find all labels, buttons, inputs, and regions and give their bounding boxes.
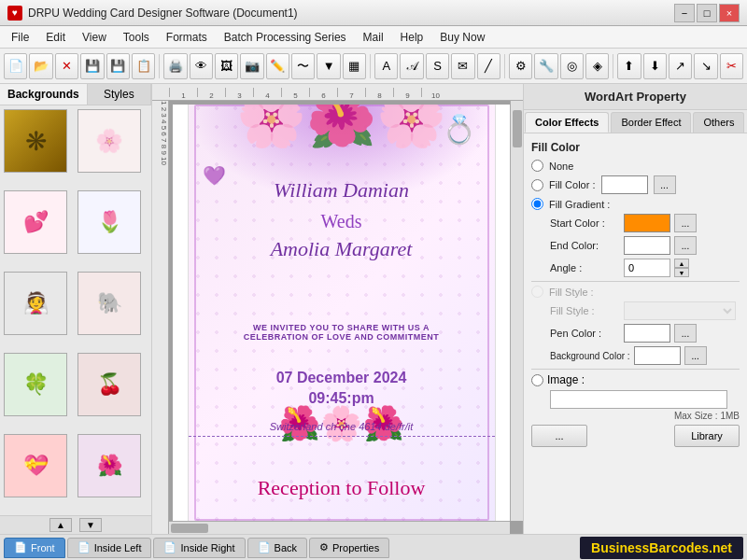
tab-others[interactable]: Others	[693, 112, 744, 133]
title-controls[interactable]: − □ ×	[674, 4, 740, 22]
canvas-scrollbar-right[interactable]	[510, 101, 523, 521]
tb-dropdown[interactable]: ▼	[317, 53, 340, 79]
tb-export2[interactable]: ↗	[669, 53, 692, 79]
radio-image[interactable]	[531, 374, 543, 386]
radio-none-row: None	[531, 160, 740, 172]
pen-color-box[interactable]	[624, 324, 670, 343]
tb-line[interactable]: ╱	[477, 53, 500, 79]
radio-fill-style[interactable]	[531, 286, 543, 298]
tab-back[interactable]: 📄 Back	[247, 538, 307, 558]
thumb-2[interactable]: 🌸	[78, 109, 141, 173]
menu-view[interactable]: View	[75, 29, 114, 46]
maximize-button[interactable]: □	[697, 4, 717, 22]
scroll-thumb-right[interactable]	[513, 110, 522, 147]
menu-formats[interactable]: Formats	[159, 29, 215, 46]
dots-button[interactable]: ...	[531, 425, 587, 447]
bg-color-label: Background Color :	[550, 351, 630, 361]
tab-inside-right[interactable]: 📄 Inside Right	[153, 538, 245, 558]
start-color-box[interactable]	[624, 214, 670, 232]
tb-open[interactable]: 📂	[29, 53, 52, 79]
tb-save[interactable]: 💾	[80, 53, 104, 79]
tb-barcode[interactable]: ▦	[343, 53, 366, 79]
tb-save2[interactable]: 💾	[106, 53, 130, 79]
tab-inside-left[interactable]: 📄 Inside Left	[67, 538, 152, 558]
menu-mail[interactable]: Mail	[356, 29, 391, 46]
thumb-7[interactable]: 🍀	[4, 353, 67, 416]
fill-color-box[interactable]	[601, 175, 648, 194]
tb-export3[interactable]: ↘	[694, 53, 717, 79]
fill-style-select[interactable]	[624, 301, 736, 320]
tb-img2[interactable]: 📷	[240, 53, 263, 79]
thumb-6[interactable]: 🐘	[78, 272, 141, 335]
tab-properties[interactable]: ⚙ Properties	[309, 538, 389, 558]
end-color-btn[interactable]: ...	[674, 236, 697, 255]
tab-backgrounds[interactable]: Backgrounds	[0, 84, 88, 105]
tb-preview[interactable]: 👁	[190, 53, 213, 79]
tb-cut[interactable]: ✂	[720, 53, 743, 79]
thumb-2-pattern: 🌸	[95, 128, 123, 154]
thumb-4-pattern: 🌷	[97, 210, 122, 234]
library-button[interactable]: Library	[674, 425, 740, 447]
tb-pen[interactable]: ✏️	[266, 53, 289, 79]
bg-color-box[interactable]	[634, 346, 681, 365]
radio-fill-style-label: Fill Style :	[549, 287, 594, 298]
tb-close[interactable]: ✕	[55, 53, 78, 79]
card-canvas[interactable]: 🌸🌺🌸 💍 💜 William Damian Weds Amolia Marga…	[173, 105, 510, 521]
menu-buy[interactable]: Buy Now	[432, 29, 492, 46]
radio-fill-gradient[interactable]	[531, 198, 543, 210]
radio-fill-color[interactable]	[531, 179, 543, 191]
fill-color-btn[interactable]: ...	[654, 175, 676, 194]
tab-color-effects[interactable]: Color Effects	[525, 112, 609, 133]
tb-img1[interactable]: 🖼	[215, 53, 238, 79]
tb-text[interactable]: A	[374, 53, 398, 79]
tb-export[interactable]: ⬇	[643, 53, 667, 79]
tb-tool4[interactable]: ◈	[585, 53, 609, 79]
scroll-up-btn[interactable]: ▲	[49, 518, 72, 532]
canvas-scrollbar-bottom[interactable]	[169, 521, 510, 534]
angle-input[interactable]	[624, 259, 670, 277]
thumb-4[interactable]: 🌷	[78, 190, 141, 254]
thumb-10[interactable]: 🌺	[78, 434, 141, 497]
toolbar: 📄 📂 ✕ 💾 💾 📋 🖨️ 👁 🖼 📷 ✏️ 〜 ▼ ▦ A 𝒜 S ✉ ╱ …	[0, 49, 747, 84]
tb-tool3[interactable]: ◎	[560, 53, 584, 79]
tb-mail[interactable]: ✉	[451, 53, 474, 79]
thumb-1[interactable]: ❋	[4, 109, 67, 173]
tb-tool2[interactable]: 🔧	[534, 53, 557, 79]
tb-import[interactable]: ⬆	[617, 53, 641, 79]
thumb-9[interactable]: 💝	[4, 434, 67, 497]
scroll-down-btn[interactable]: ▼	[79, 518, 102, 532]
tb-print[interactable]: 🖨️	[163, 53, 187, 79]
thumb-8[interactable]: 🍒	[78, 353, 141, 416]
menu-batch[interactable]: Batch Processing Series	[217, 29, 354, 46]
angle-down[interactable]: ▼	[674, 268, 689, 277]
image-path-input[interactable]	[550, 390, 727, 409]
angle-up[interactable]: ▲	[674, 259, 689, 268]
minimize-button[interactable]: −	[674, 4, 695, 22]
menu-edit[interactable]: Edit	[38, 29, 73, 46]
menu-tools[interactable]: Tools	[116, 29, 157, 46]
scroll-thumb-bottom[interactable]	[171, 524, 208, 533]
end-color-box[interactable]	[624, 236, 670, 255]
tab-border-effect[interactable]: Border Effect	[611, 112, 691, 133]
card-name1: William Damian	[189, 178, 495, 203]
radio-none[interactable]	[531, 160, 543, 172]
tb-tool1[interactable]: ⚙	[509, 53, 532, 79]
radio-fill-gradient-label: Fill Gradient :	[549, 199, 610, 210]
tb-new[interactable]: 📄	[4, 53, 27, 79]
start-color-btn[interactable]: ...	[674, 214, 697, 232]
bg-color-btn[interactable]: ...	[684, 346, 707, 365]
thumb-5[interactable]: 👰	[4, 272, 67, 335]
menu-help[interactable]: Help	[393, 29, 431, 46]
menu-file[interactable]: File	[4, 29, 36, 46]
thumb-8-pattern: 🍒	[97, 372, 122, 397]
close-button[interactable]: ×	[719, 4, 740, 22]
fill-style-radio-row: Fill Style :	[531, 286, 740, 298]
pen-color-btn[interactable]: ...	[674, 324, 697, 343]
tab-styles[interactable]: Styles	[88, 84, 151, 105]
tb-text3[interactable]: S	[426, 53, 449, 79]
tab-front[interactable]: 📄 Front	[4, 538, 65, 558]
tb-text2[interactable]: 𝒜	[400, 53, 423, 79]
tb-copy[interactable]: 📋	[132, 53, 155, 79]
tb-curve[interactable]: 〜	[291, 53, 315, 79]
thumb-3[interactable]: 💕	[4, 190, 67, 254]
